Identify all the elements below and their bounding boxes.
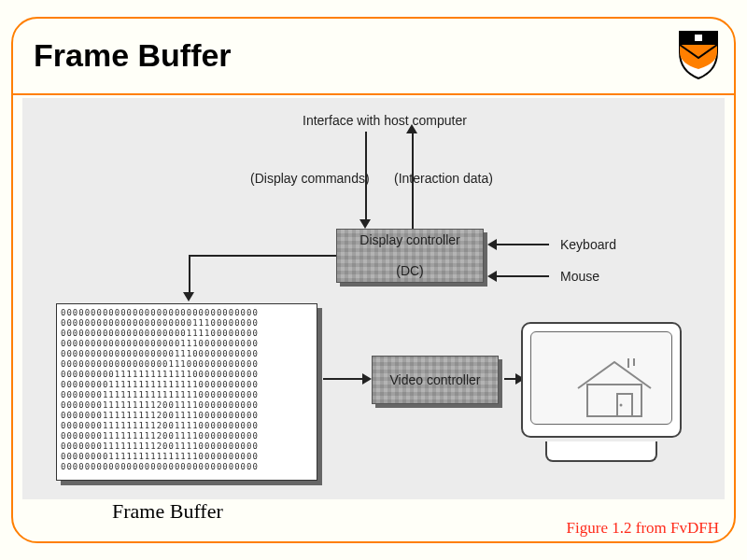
svg-rect-1 [587, 385, 641, 416]
diagram-area: Interface with host computer (Display co… [22, 98, 725, 499]
framebuffer-caption: Frame Buffer [112, 499, 223, 524]
label-keyboard: Keyboard [560, 237, 616, 252]
slide-title: Frame Buffer [34, 37, 232, 74]
box-video-controller-label: Video controller [389, 372, 480, 388]
arrow-display-commands [365, 132, 367, 223]
box-display-controller: Display controller (DC) [336, 229, 484, 283]
arrow-dc-to-fb-h [189, 255, 336, 257]
arrow-mouse [495, 275, 549, 277]
arrow-fb-to-vc [323, 378, 366, 380]
arrowhead-interaction-data [406, 124, 417, 133]
princeton-shield-icon [676, 28, 721, 80]
title-divider [11, 93, 736, 95]
arrow-keyboard [495, 244, 549, 245]
monitor-base [545, 441, 657, 462]
framebuffer-memory: 000000000000000000000000000000000 000000… [56, 303, 317, 481]
label-mouse: Mouse [560, 269, 599, 284]
label-interaction-data: (Interaction data) [394, 171, 493, 186]
svg-point-5 [620, 404, 623, 407]
label-interface: Interface with host computer [303, 113, 467, 128]
arrowhead-fb-to-vc [362, 373, 372, 385]
box-video-controller: Video controller [372, 356, 499, 404]
box-display-controller-line1: Display controller [359, 232, 459, 248]
arrowhead-dc-to-fb [183, 292, 194, 301]
house-icon [572, 357, 656, 422]
arrowhead-keyboard [487, 239, 497, 250]
arrowhead-mouse [487, 271, 497, 282]
arrow-interaction-data [412, 132, 414, 229]
arrow-dc-to-fb-v [189, 255, 190, 296]
svg-rect-0 [695, 35, 702, 41]
label-display-commands: (Display commands) [250, 171, 370, 186]
svg-rect-4 [617, 394, 632, 416]
monitor-icon [517, 322, 685, 462]
box-display-controller-line2: (DC) [359, 263, 459, 279]
figure-caption: Figure 1.2 from FvDFH [567, 519, 719, 538]
arrowhead-display-commands [359, 219, 371, 229]
monitor-screen [530, 331, 672, 425]
